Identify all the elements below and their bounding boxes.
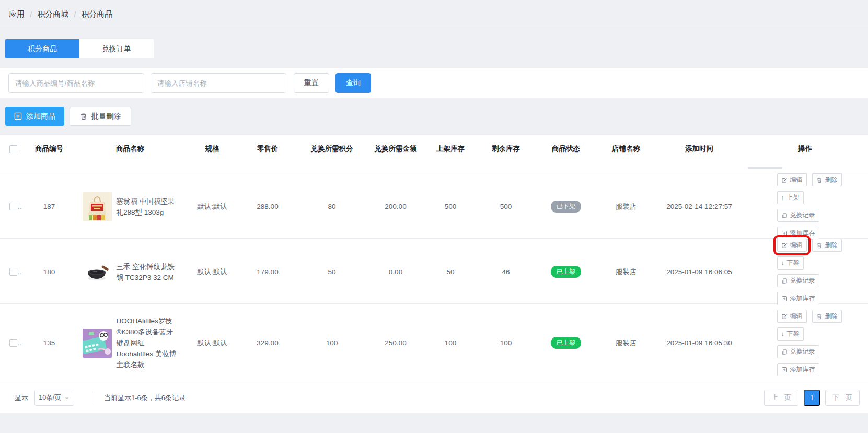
reset-button[interactable]: 重置 — [294, 73, 329, 93]
breadcrumb-item-app[interactable]: 应用 — [9, 9, 25, 19]
add-stock-button[interactable]: 添加库存 — [777, 227, 819, 240]
store-name: 服装店 — [596, 338, 656, 348]
breadcrumb: 应用 / 积分商城 / 积分商品 — [0, 0, 868, 29]
amount-required: 250.00 — [366, 339, 425, 347]
arrow-down-icon: ↓ — [781, 260, 784, 266]
page-size-value: 10条/页 — [39, 393, 61, 402]
breadcrumb-separator: / — [74, 10, 76, 19]
product-image — [83, 329, 112, 358]
edit-icon — [781, 242, 788, 249]
arrow-down-icon: ↓ — [781, 331, 784, 337]
product-image — [83, 258, 112, 287]
add-product-label: 添加商品 — [26, 112, 55, 121]
col-points-required: 兑换所需积分 — [298, 144, 366, 154]
col-status: 商品状态 — [536, 144, 596, 154]
edit-icon — [781, 177, 788, 183]
select-all-checkbox[interactable] — [9, 145, 17, 153]
col-store-name: 店铺名称 — [596, 144, 656, 154]
product-id: 180 — [25, 268, 73, 276]
edit-icon — [781, 313, 788, 320]
col-product-id: 商品编号 — [25, 144, 73, 154]
edit-button[interactable]: 编辑 — [777, 310, 807, 323]
chevron-down-icon: ⌄ — [64, 393, 70, 401]
records-summary: 当前显示1-6条，共6条记录 — [104, 393, 186, 403]
store-search-input[interactable] — [151, 73, 286, 93]
status-badge: 已上架 — [551, 337, 581, 349]
store-name: 服装店 — [596, 202, 656, 212]
checkbox-overflow-dots: .. — [18, 268, 22, 276]
exchange-records-button[interactable]: 兑换记录 — [777, 345, 819, 358]
batch-delete-button[interactable]: 批量删除 — [70, 107, 131, 126]
status-badge: 已下架 — [551, 201, 581, 213]
list-down-button[interactable]: ↓ 下架 — [777, 256, 804, 270]
add-stock-button[interactable]: 添加库存 — [777, 363, 819, 376]
row-checkbox[interactable] — [9, 339, 17, 347]
points-required: 80 — [298, 203, 366, 210]
footer-divider — [92, 391, 92, 405]
tab-bar: 积分商品 兑换订单 — [5, 39, 868, 58]
page-size-select[interactable]: 10条/页 ⌄ — [34, 390, 74, 406]
show-label: 显示 — [15, 393, 28, 403]
product-name: UOOHAlittles罗技®K380多设备蓝牙键盘网红 Uoohalittle… — [117, 315, 178, 370]
tab-points-products[interactable]: 积分商品 — [5, 39, 79, 58]
current-page-button[interactable]: 1 — [804, 390, 820, 406]
delete-button[interactable]: 删除 — [812, 173, 842, 186]
checkbox-overflow-dots: .. — [18, 203, 22, 210]
copy-icon — [781, 213, 788, 219]
trash-icon — [816, 177, 823, 183]
col-amount-required: 兑换所需金额 — [366, 144, 425, 154]
retail-price: 288.00 — [237, 203, 298, 210]
list-up-button[interactable]: ↑ 上架 — [777, 191, 804, 204]
col-product-name: 商品名称 — [73, 144, 187, 154]
table-row: .. 135 UOOHAlittles罗技®K380多设备蓝牙键盘网红 Uooh… — [0, 303, 868, 382]
product-id: 135 — [25, 339, 73, 347]
prev-page-button[interactable]: 上一页 — [764, 390, 798, 406]
tab-exchange-orders[interactable]: 兑换订单 — [79, 39, 154, 58]
trash-icon — [816, 242, 823, 249]
breadcrumb-separator: / — [30, 10, 32, 19]
filter-panel: 重置 查询 — [0, 68, 868, 98]
product-search-input[interactable] — [8, 73, 144, 93]
copy-icon — [781, 278, 788, 284]
arrow-up-icon: ↑ — [781, 195, 784, 201]
listed-stock: 50 — [425, 268, 476, 276]
row-checkbox[interactable] — [9, 203, 17, 210]
search-button[interactable]: 查询 — [335, 73, 371, 93]
retail-price: 329.00 — [237, 339, 298, 347]
add-stock-button[interactable]: 添加库存 — [777, 292, 819, 305]
plus-square-icon — [14, 112, 22, 120]
table-row: .. 187 塞翁福 中国福坚果礼288型 1303g 默认:默认 288.00… — [0, 173, 868, 238]
col-added-time: 添加时间 — [656, 144, 742, 154]
amount-required: 0.00 — [366, 268, 425, 276]
batch-delete-label: 批量删除 — [91, 112, 121, 121]
edit-button-highlighted[interactable]: 编辑 — [777, 239, 807, 252]
list-down-button[interactable]: ↓ 下架 — [777, 327, 804, 341]
table-row: .. 180 三禾 窒化锤纹龙铁锅 TC32P3 32 CM 默认:默认 179… — [0, 238, 868, 303]
edit-button[interactable]: 编辑 — [777, 173, 807, 186]
remaining-stock: 500 — [476, 203, 536, 210]
next-page-button[interactable]: 下一页 — [825, 390, 860, 406]
points-required: 50 — [298, 268, 366, 276]
retail-price: 179.00 — [237, 268, 298, 276]
breadcrumb-item-points-products: 积分商品 — [81, 9, 112, 19]
exchange-records-button[interactable]: 兑换记录 — [777, 274, 819, 287]
row-checkbox[interactable] — [9, 268, 17, 276]
exchange-records-button[interactable]: 兑换记录 — [777, 209, 819, 222]
delete-button[interactable]: 删除 — [812, 310, 842, 323]
store-name: 服装店 — [596, 267, 656, 277]
copy-icon — [781, 349, 788, 355]
add-product-button[interactable]: 添加商品 — [5, 107, 64, 126]
horizontal-scroll-track — [0, 162, 868, 173]
product-image — [83, 192, 112, 221]
delete-button[interactable]: 删除 — [812, 239, 842, 252]
remaining-stock: 100 — [476, 339, 536, 347]
product-name: 三禾 窒化锤纹龙铁锅 TC32P3 32 CM — [117, 261, 178, 283]
breadcrumb-item-points-mall[interactable]: 积分商城 — [37, 9, 68, 19]
remaining-stock: 46 — [476, 268, 536, 276]
product-spec: 默认:默认 — [187, 338, 237, 348]
added-time: 2025-01-09 16:06:05 — [656, 268, 742, 276]
col-listed-stock: 上架库存 — [425, 144, 476, 154]
horizontal-scrollbar-thumb[interactable] — [748, 167, 782, 169]
col-spec: 规格 — [187, 144, 237, 154]
plus-square-icon — [781, 296, 788, 302]
